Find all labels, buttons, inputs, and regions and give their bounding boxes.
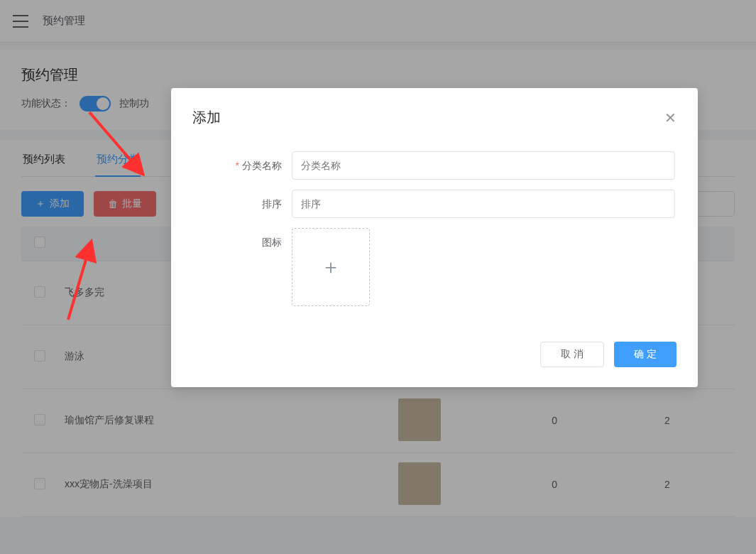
icon-uploader[interactable]: ＋ (292, 228, 370, 306)
add-category-modal: 添加 ✕ *分类名称 排序 图标 ＋ 取 消 确 定 (171, 88, 698, 387)
label-icon: 图标 (262, 237, 282, 248)
close-icon[interactable]: ✕ (664, 111, 676, 125)
modal-title: 添加 (192, 108, 221, 127)
label-sort: 排序 (262, 198, 282, 210)
confirm-button[interactable]: 确 定 (614, 342, 676, 367)
cancel-button[interactable]: 取 消 (540, 342, 604, 367)
category-name-input[interactable] (292, 151, 675, 180)
plus-icon: ＋ (321, 254, 341, 281)
label-name: 分类名称 (242, 160, 282, 171)
sort-input[interactable] (292, 190, 675, 218)
